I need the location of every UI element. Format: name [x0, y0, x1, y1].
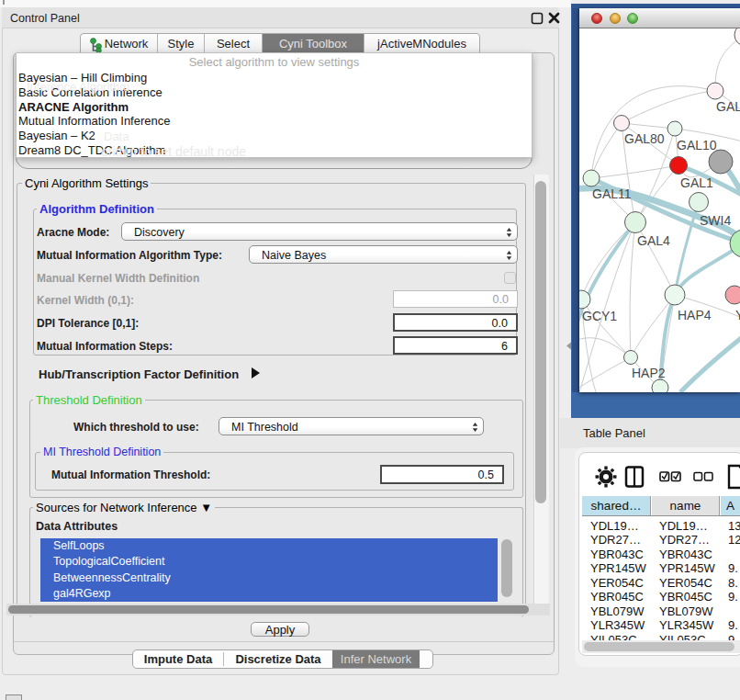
svg-text:GAL1: GAL1 [680, 175, 713, 190]
svg-text:GAL7: GAL7 [716, 99, 740, 114]
svg-text:HAP2: HAP2 [632, 366, 666, 380]
svg-text:YJL: YJL [735, 308, 740, 322]
svg-text:SWI4: SWI4 [700, 213, 731, 228]
svg-text:GAL80: GAL80 [624, 131, 665, 146]
svg-text:GAL11: GAL11 [592, 186, 632, 201]
svg-text:GAL4: GAL4 [637, 233, 670, 248]
svg-text:GAL10: GAL10 [677, 138, 717, 152]
svg-text:GCY1: GCY1 [582, 309, 617, 323]
svg-text:HAP4: HAP4 [678, 308, 712, 322]
